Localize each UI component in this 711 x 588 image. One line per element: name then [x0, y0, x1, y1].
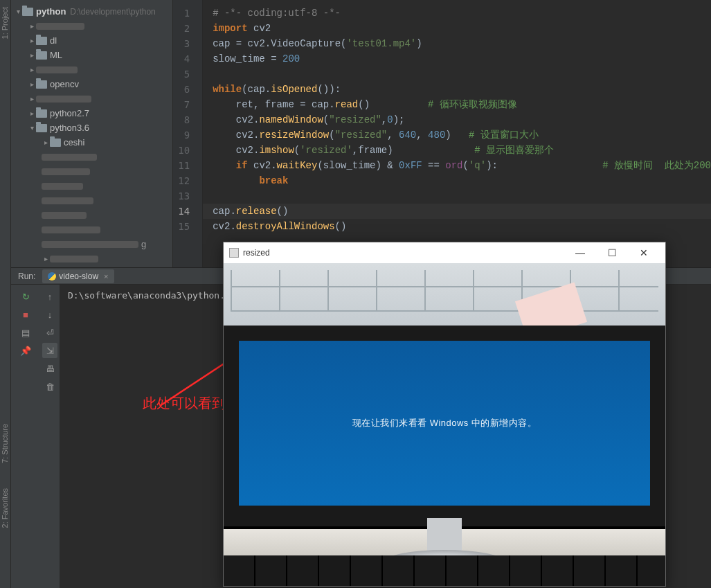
structure-tool-tab[interactable]: 7: Structure [0, 418, 10, 469]
line-number: 7 [173, 97, 202, 112]
project-root[interactable]: ▾ python D:\development\python [11, 4, 172, 19]
tree-label: opencv [50, 79, 79, 89]
tree-item-ml[interactable]: ▸ML [11, 48, 172, 62]
video-frame: 现在让我们来看看 Windows 中的新增内容。 [224, 263, 665, 586]
line-number: 5 [173, 66, 202, 82]
line-number: 12 [173, 173, 202, 188]
run-tab-label: video-slow [59, 271, 98, 281]
trash-icon[interactable]: 🗑 [42, 379, 57, 394]
line-number: 13 [173, 188, 202, 204]
tree-item[interactable] [11, 193, 172, 208]
project-panel: ▾ python D:\development\python ▸ ▸dl ▸ML… [11, 0, 173, 267]
tree-item[interactable]: ▸ [11, 91, 172, 106]
line-number: 2 [173, 21, 202, 36]
favorites-tool-tab[interactable]: 2: Favorites [0, 483, 10, 533]
tree-item[interactable]: ▸ [11, 251, 172, 266]
minimize-button[interactable]: — [564, 242, 596, 263]
line-number: 11 [173, 158, 202, 173]
tree-item-dl[interactable]: ▸dl [11, 33, 172, 48]
chevron-right-icon: ▸ [28, 109, 36, 117]
run-toolbar-secondary: ↑ ↓ ⏎ ⇲ 🖶 🗑 [40, 285, 60, 588]
down-icon[interactable]: ↓ [42, 307, 57, 322]
tree-label: python3.6 [50, 123, 89, 133]
tree-item[interactable]: g [11, 237, 172, 251]
maximize-button[interactable]: ☐ [596, 242, 628, 263]
line-gutter: 1 2 3 4 5 6 7 8 9 10 11 12 13 14 15 [173, 0, 203, 267]
folder-icon [36, 124, 47, 132]
project-root-path: D:\development\python [70, 7, 155, 17]
folder-icon [22, 8, 33, 16]
python-icon [48, 272, 56, 280]
chevron-down-icon: ▾ [28, 124, 36, 132]
folder-icon [36, 80, 47, 89]
line-number: 4 [173, 51, 202, 66]
line-number: 6 [173, 82, 202, 97]
rerun-button[interactable]: ↻ [18, 289, 33, 304]
tree-label: dl [50, 35, 57, 46]
line-number: 10 [173, 143, 202, 158]
pin-button[interactable]: 📌 [18, 343, 33, 358]
tree-item[interactable]: ▸ [11, 19, 172, 33]
print-icon[interactable]: 🖶 [42, 361, 57, 376]
line-number: 8 [173, 112, 202, 127]
tree-label: python2.7 [50, 108, 89, 118]
close-icon[interactable]: × [104, 272, 108, 280]
folder-icon [36, 51, 47, 60]
tree-item[interactable]: ▸ [11, 62, 172, 77]
chevron-right-icon: ▸ [42, 139, 50, 146]
tree-item[interactable] [11, 164, 172, 179]
folder-icon [50, 139, 61, 147]
project-root-name: python [36, 6, 66, 17]
line-number: 15 [173, 219, 202, 234]
layout-button[interactable]: ▤ [18, 325, 33, 340]
video-window[interactable]: resized — ☐ ✕ 现在让我们来看看 Windows 中的新增内容。 [223, 242, 666, 587]
window-app-icon [229, 248, 239, 258]
tree-item[interactable] [11, 222, 172, 237]
tree-label: ML [50, 50, 62, 60]
project-tool-tab[interactable]: 1: Project [0, 1, 10, 44]
tree-item-opencv[interactable]: ▸opencv [11, 77, 172, 91]
line-number: 3 [173, 36, 202, 51]
code-comment: # -*- coding:utf-8 -*- [213, 8, 341, 19]
tree-item-py36[interactable]: ▾python3.6 [11, 121, 172, 135]
scroll-icon[interactable]: ⇲ [42, 343, 57, 358]
left-tool-gutter: 1: Project 7: Structure 2: Favorites [0, 0, 11, 588]
video-window-titlebar[interactable]: resized — ☐ ✕ [224, 242, 665, 263]
close-button[interactable]: ✕ [628, 242, 660, 263]
tree-item[interactable] [11, 150, 172, 164]
run-toolbar-primary: ↻ ■ ▤ 📌 [11, 285, 40, 588]
tree-item[interactable] [11, 179, 172, 193]
chevron-right-icon: ▸ [28, 51, 36, 59]
folder-icon [36, 109, 47, 118]
tree-item-ceshi[interactable]: ▸ceshi [11, 135, 172, 150]
line-number: 14 [173, 204, 202, 219]
run-label: Run: [11, 271, 42, 281]
chevron-right-icon: ▸ [28, 37, 36, 44]
run-tab[interactable]: video-slow × [42, 269, 114, 283]
wrap-icon[interactable]: ⏎ [42, 325, 57, 340]
chevron-right-icon: ▸ [28, 80, 36, 88]
screen-text: 现在让我们来看看 Windows 中的新增内容。 [352, 417, 537, 429]
line-number: 1 [173, 6, 202, 21]
up-icon[interactable]: ↑ [42, 289, 57, 304]
project-tree[interactable]: ▾ python D:\development\python ▸ ▸dl ▸ML… [11, 0, 172, 266]
line-number: 9 [173, 127, 202, 143]
tree-item-py27[interactable]: ▸python2.7 [11, 106, 172, 121]
folder-icon [36, 37, 47, 45]
stop-button[interactable]: ■ [18, 307, 33, 322]
tree-item[interactable] [11, 208, 172, 222]
tree-label: ceshi [64, 137, 84, 148]
chevron-down-icon: ▾ [14, 8, 22, 15]
code-editor[interactable]: 1 2 3 4 5 6 7 8 9 10 11 12 13 14 15 # -*… [173, 0, 711, 267]
code-area[interactable]: # -*- coding:utf-8 -*- import cv2 cap = … [203, 0, 711, 267]
video-window-title: resized [243, 248, 270, 258]
